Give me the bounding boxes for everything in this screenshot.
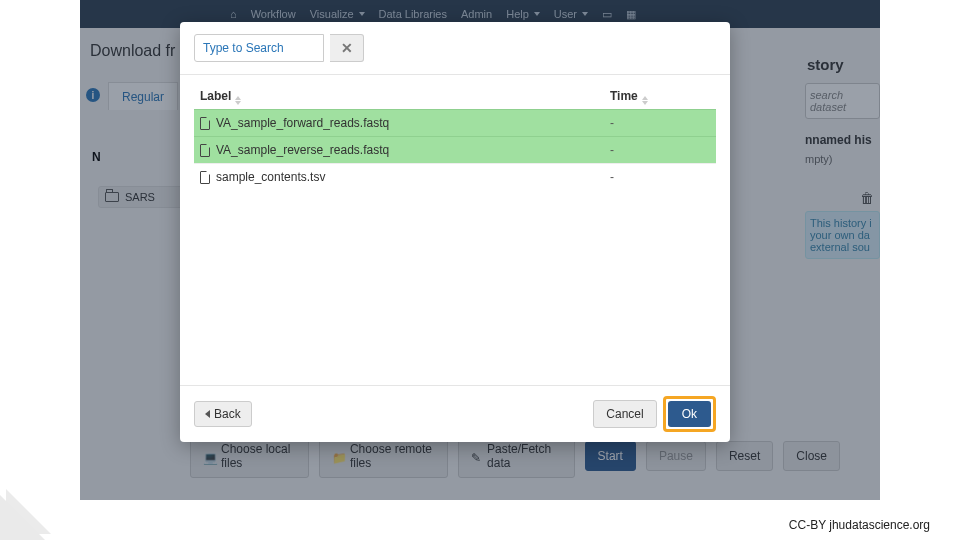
chevron-left-icon: [205, 410, 210, 418]
back-button[interactable]: Back: [194, 401, 252, 427]
modal-body: Label Time VA_sample_forward_reads.fastq…: [180, 75, 730, 385]
sort-icon: [235, 96, 241, 105]
file-icon: [200, 171, 210, 184]
app-window: ⌂ Workflow Visualize Data Libraries Admi…: [80, 0, 880, 500]
col-label[interactable]: Label: [200, 89, 610, 105]
cancel-button[interactable]: Cancel: [593, 400, 656, 428]
file-icon: [200, 117, 210, 130]
clear-search-button[interactable]: ✕: [330, 34, 364, 62]
file-row[interactable]: VA_sample_reverse_reads.fastq -: [194, 136, 716, 163]
page-fold-icon: [0, 495, 45, 540]
remote-files-modal: Type to Search ✕ Label Time VA_sample_fo…: [180, 22, 730, 442]
modal-footer: Back Cancel Ok: [180, 385, 730, 442]
table-header: Label Time: [194, 85, 716, 109]
sort-icon: [642, 96, 648, 105]
ok-button[interactable]: Ok: [668, 401, 711, 427]
file-row[interactable]: sample_contents.tsv -: [194, 163, 716, 190]
file-row[interactable]: VA_sample_forward_reads.fastq -: [194, 109, 716, 136]
col-time[interactable]: Time: [610, 89, 710, 105]
modal-header: Type to Search ✕: [180, 22, 730, 75]
search-input[interactable]: Type to Search: [194, 34, 324, 62]
file-icon: [200, 144, 210, 157]
ok-highlight: Ok: [663, 396, 716, 432]
attribution: CC-BY jhudatascience.org: [789, 518, 930, 532]
